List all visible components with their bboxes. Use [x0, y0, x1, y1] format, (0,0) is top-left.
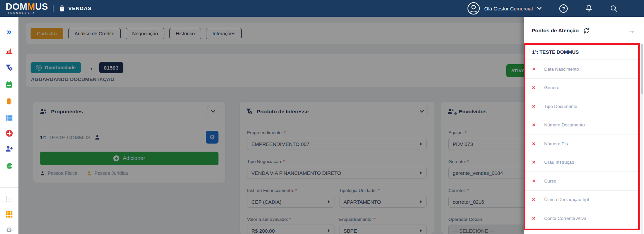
person-add-icon	[5, 145, 13, 152]
calendar-icon	[5, 81, 13, 88]
logo-m2: M	[28, 2, 35, 12]
sidebar-item-financeiro[interactable]	[5, 162, 13, 170]
grid-icon	[5, 210, 13, 218]
dommus-logo[interactable]: DOMMUS TECNOLOGIA	[6, 2, 48, 14]
x-mark-icon: ×	[532, 122, 535, 128]
sidebar-expand-button[interactable]: »	[5, 28, 13, 35]
attention-item-grau-instrucao[interactable]: × Grau Instrução	[525, 153, 638, 172]
attention-item-numero-pis[interactable]: × Número Pis	[525, 134, 638, 153]
sidebar-item-config[interactable]: ⚙	[5, 226, 13, 234]
sidebar-item-lista[interactable]	[5, 196, 13, 203]
app-title-label: VENDAS	[68, 5, 91, 11]
logo-subtitle: TECNOLOGIA	[8, 12, 48, 14]
x-mark-icon: ×	[532, 141, 535, 147]
x-mark-icon: ×	[532, 197, 535, 202]
attention-item-curso[interactable]: × Curso	[525, 172, 638, 191]
navbar-separator	[53, 5, 53, 12]
x-mark-icon: ×	[532, 85, 535, 90]
attention-alert-box: 1º: TESTE DOMMUS × Data Nascimento × Gen…	[524, 43, 640, 230]
sidebar-item-portal[interactable]	[5, 98, 13, 105]
app-title: VENDAS	[59, 5, 91, 12]
search-icon[interactable]	[610, 5, 618, 12]
sidebar-item-dashboard[interactable]	[5, 47, 13, 54]
attention-group-title: 1º: TESTE DOMMUS	[525, 45, 638, 60]
logo-us: US	[35, 2, 48, 12]
list-icon	[5, 196, 13, 202]
sidebar-divider	[0, 187, 18, 188]
panel-scrollbar-thumb[interactable]	[641, 44, 643, 94]
chevron-down-icon[interactable]	[537, 6, 542, 10]
bag-icon	[59, 5, 65, 12]
top-navbar: DOMMUS TECNOLOGIA VENDAS Olá Gestor Come…	[0, 0, 644, 17]
logo-m1: M	[20, 2, 28, 12]
attention-item-ultima-declaracao-irpf[interactable]: × Última Declaração Irpf	[525, 191, 638, 209]
svg-text:$: $	[10, 68, 12, 71]
x-mark-icon: ×	[532, 178, 535, 184]
sidebar-item-novo-cliente[interactable]	[5, 145, 13, 152]
x-mark-icon: ×	[532, 216, 535, 221]
plus-circle-icon	[5, 129, 13, 137]
sidebar-item-agenda[interactable]	[5, 81, 13, 88]
x-mark-icon: ×	[532, 104, 535, 109]
attention-panel-title: Pontos de Atenção	[532, 28, 579, 34]
collapse-icon: »	[7, 28, 11, 35]
logo-text: DOMMUS	[6, 2, 48, 11]
attention-item-tipo-documento[interactable]: × Tipo Documento	[525, 97, 638, 116]
table-icon	[5, 115, 13, 121]
x-mark-icon: ×	[532, 66, 535, 72]
close-panel-arrow[interactable]: →	[628, 27, 635, 34]
attention-item-data-nascimento[interactable]: × Data Nascimento	[525, 60, 638, 79]
funnel-dollar-icon: $	[5, 64, 13, 71]
gear-icon: ⚙	[6, 226, 12, 234]
sidebar-divider	[0, 44, 18, 44]
x-mark-icon: ×	[532, 159, 535, 165]
attention-panel: Pontos de Atenção → 1º: TESTE DOMMUS × D…	[524, 17, 644, 234]
sidebar-item-tabela[interactable]	[5, 115, 13, 122]
door-icon	[5, 98, 13, 105]
logo-do: DO	[6, 2, 20, 12]
navbar-right: Olá Gestor Comercial ?	[467, 2, 618, 15]
attention-item-numero-documento[interactable]: × Número Documento	[525, 116, 638, 135]
bell-icon[interactable]	[585, 4, 593, 12]
app-frame: DOMMUS TECNOLOGIA VENDAS Olá Gestor Come…	[0, 0, 644, 234]
attention-item-conta-corrente-ativa[interactable]: × Conta Corrente Ativa	[525, 209, 638, 228]
left-sidebar: » $ ⚙	[0, 17, 18, 234]
user-greeting[interactable]: Olá Gestor Comercial	[484, 6, 533, 11]
sidebar-item-novo[interactable]	[5, 129, 13, 137]
coins-icon	[5, 162, 13, 170]
avatar[interactable]	[467, 2, 480, 15]
refresh-icon[interactable]	[583, 28, 590, 34]
attention-panel-header: Pontos de Atenção →	[524, 17, 644, 34]
bar-chart-icon	[5, 47, 13, 54]
attention-item-genero[interactable]: × Genero	[525, 79, 638, 98]
sidebar-item-funil[interactable]: $	[5, 64, 13, 71]
backdrop-overlay[interactable]	[18, 17, 524, 234]
sidebar-item-modulos[interactable]	[5, 210, 13, 218]
help-icon[interactable]: ?	[559, 4, 568, 13]
